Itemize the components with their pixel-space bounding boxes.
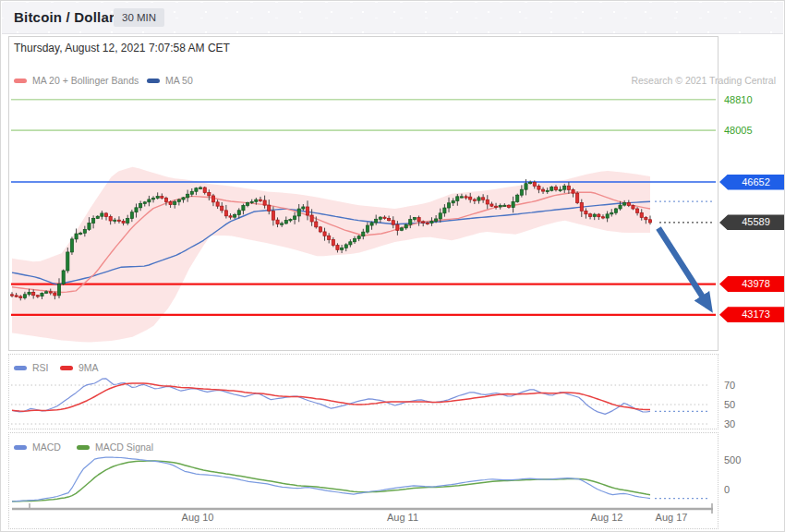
x-axis-label-aug17: Aug 17 [656,512,688,523]
instrument-title: Bitcoin / Dollar [14,9,115,25]
pivot-price-tag: 46652 [719,175,784,190]
rsi-level-50: 50 [724,398,735,411]
legend-macd-signal: MACD Signal [77,441,153,453]
legend-ma20-bollinger: MA 20 + Bollinger Bands [14,75,139,86]
support-price-tag-2: 43173 [719,307,784,322]
support-price-tag-1: 43978 [719,276,784,292]
interval-badge: 30 MIN [114,8,164,27]
rsi-panel: RSI 9MA [8,354,719,429]
ma20-bollinger-swatch [14,79,27,83]
rsi-level-70: 70 [724,379,735,392]
macd-swatch [14,445,27,450]
x-axis-label-aug12: Aug 12 [591,512,623,523]
last-price-tag: 45589 [719,214,784,230]
resistance-level-label-1: 48810 [724,93,753,106]
attribution: Research © 2021 Trading Central [631,75,776,86]
x-axis-label-aug10: Aug 10 [182,512,214,523]
header: Bitcoin / Dollar 30 MIN [2,2,783,34]
rsi-level-30: 30 [724,417,735,430]
ma50-legend-label: MA 50 [165,75,193,86]
trading-central-chart-widget: Bitcoin / Dollar 30 MIN Thursday, August… [0,0,785,532]
rsi-legend-label: RSI [32,362,49,373]
legend-ma50: MA 50 [147,75,193,86]
resistance-level-label-2: 48005 [724,124,753,137]
rsi-chart-canvas [9,355,718,429]
rsi-swatch [14,366,27,370]
macd-level-500: 500 [724,453,741,466]
rsi-9ma-legend-label: 9MA [78,362,99,373]
rsi-9ma-swatch [60,366,73,370]
legend-rsi: RSI [14,362,49,373]
ma20-bollinger-legend-label: MA 20 + Bollinger Bands [32,75,139,86]
ma50-swatch [147,79,160,83]
legend-macd: MACD [14,441,61,453]
legend-rsi-9ma: 9MA [60,362,99,373]
x-axis-label-aug11: Aug 11 [387,512,418,523]
macd-legend-label: MACD [32,441,61,453]
macd-level-0: 0 [724,483,730,496]
macd-signal-legend-label: MACD Signal [95,441,153,453]
macd-signal-swatch [77,445,90,450]
timestamp: Thursday, August 12, 2021 7:07:58 AM CET [14,42,230,54]
price-panel: Thursday, August 12, 2021 7:07:58 AM CET… [8,36,719,351]
